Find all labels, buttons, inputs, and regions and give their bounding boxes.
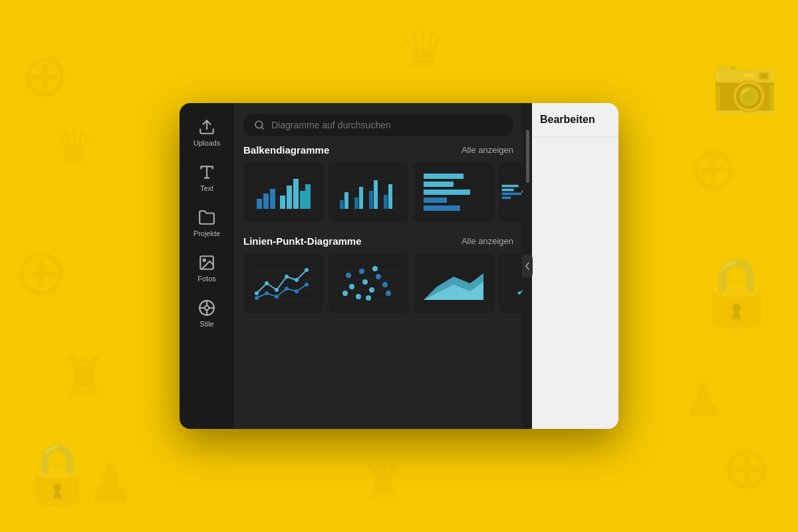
svg-point-75 bbox=[356, 294, 361, 299]
svg-rect-51 bbox=[247, 257, 320, 310]
svg-point-57 bbox=[265, 281, 269, 285]
svg-point-76 bbox=[362, 279, 368, 285]
svg-point-78 bbox=[376, 274, 381, 279]
image-icon bbox=[198, 253, 216, 272]
sidebar-text-label: Text bbox=[200, 184, 213, 192]
svg-rect-42 bbox=[424, 190, 470, 195]
scrollbar-thumb[interactable] bbox=[526, 130, 529, 183]
svg-rect-43 bbox=[424, 198, 447, 203]
sidebar-item-fotos[interactable]: Fotos bbox=[183, 247, 231, 289]
sidebar-item-projekte[interactable]: Projekte bbox=[183, 201, 231, 244]
svg-point-82 bbox=[372, 266, 378, 271]
svg-point-64 bbox=[275, 295, 279, 299]
content-scroll[interactable]: Balkendiagramme Alle anzeigen bbox=[234, 144, 523, 429]
section-link-line[interactable]: Alle anzeigen bbox=[462, 236, 513, 246]
section-header-bar: Balkendiagramme Alle anzeigen bbox=[243, 144, 513, 156]
svg-point-80 bbox=[346, 273, 351, 278]
search-input-wrap[interactable] bbox=[243, 114, 513, 136]
svg-rect-34 bbox=[359, 187, 363, 209]
svg-point-56 bbox=[255, 291, 259, 295]
sidebar-fotos-label: Fotos bbox=[198, 275, 216, 283]
section-balkendiagramme: Balkendiagramme Alle anzeigen bbox=[243, 144, 513, 222]
palette-icon bbox=[198, 299, 216, 317]
scrollbar-area bbox=[523, 103, 532, 429]
svg-rect-31 bbox=[340, 200, 344, 209]
svg-point-74 bbox=[349, 284, 354, 289]
svg-rect-36 bbox=[374, 180, 378, 209]
chart-card-dots[interactable] bbox=[329, 253, 408, 313]
svg-rect-44 bbox=[424, 205, 460, 211]
chart-card-line[interactable] bbox=[243, 253, 323, 313]
svg-rect-24 bbox=[300, 191, 305, 209]
svg-rect-23 bbox=[293, 179, 299, 209]
main-panel: Balkendiagramme Alle anzeigen bbox=[234, 103, 523, 429]
svg-point-59 bbox=[285, 275, 289, 279]
svg-rect-35 bbox=[369, 191, 373, 209]
sidebar-stile-label: Stile bbox=[200, 320, 213, 328]
section-title-bar: Balkendiagramme bbox=[243, 144, 329, 156]
svg-rect-25 bbox=[305, 184, 311, 209]
sidebar-item-uploads[interactable]: Uploads bbox=[183, 111, 231, 154]
chart-card-bar1[interactable] bbox=[243, 162, 323, 222]
svg-rect-33 bbox=[354, 198, 358, 209]
svg-point-62 bbox=[255, 296, 259, 300]
svg-rect-49 bbox=[502, 196, 511, 199]
svg-point-77 bbox=[369, 287, 374, 293]
upload-icon bbox=[198, 118, 216, 136]
chart-grid-line bbox=[243, 253, 513, 313]
folder-icon bbox=[198, 208, 216, 227]
svg-point-81 bbox=[359, 269, 364, 274]
svg-rect-38 bbox=[388, 184, 392, 209]
chart-grid-bar: › bbox=[243, 162, 513, 222]
svg-rect-32 bbox=[344, 192, 348, 209]
search-bar bbox=[234, 103, 523, 144]
svg-rect-37 bbox=[384, 195, 388, 209]
sidebar-item-text[interactable]: Text bbox=[183, 156, 231, 199]
svg-point-84 bbox=[366, 295, 371, 301]
svg-point-83 bbox=[386, 291, 391, 296]
svg-rect-22 bbox=[287, 186, 292, 209]
svg-rect-20 bbox=[270, 189, 275, 209]
sidebar-item-stile[interactable]: Stile bbox=[183, 292, 231, 334]
sidebar-projekte-label: Projekte bbox=[194, 229, 220, 237]
search-input[interactable] bbox=[271, 120, 503, 130]
section-header-line: Linien-Punkt-Diagramme Alle anzeigen bbox=[243, 235, 513, 247]
svg-point-4 bbox=[203, 259, 205, 261]
chart-card-area[interactable] bbox=[414, 253, 493, 313]
svg-rect-45 bbox=[499, 180, 523, 204]
svg-rect-46 bbox=[502, 185, 519, 188]
svg-rect-21 bbox=[280, 196, 285, 209]
svg-point-79 bbox=[382, 282, 388, 287]
section-linien-punkt: Linien-Punkt-Diagramme Alle anzeigen bbox=[243, 235, 513, 313]
sidebar-uploads-label: Uploads bbox=[194, 139, 220, 147]
svg-line-12 bbox=[261, 127, 263, 129]
svg-rect-40 bbox=[424, 174, 464, 179]
svg-rect-68 bbox=[332, 257, 405, 310]
svg-rect-48 bbox=[502, 192, 522, 195]
chart-card-hbar[interactable] bbox=[414, 162, 493, 222]
svg-point-65 bbox=[285, 287, 289, 291]
svg-point-61 bbox=[305, 268, 309, 272]
svg-point-58 bbox=[275, 288, 279, 292]
svg-point-67 bbox=[305, 283, 309, 287]
chart-card-arrow-bar[interactable]: › bbox=[499, 162, 523, 222]
right-panel: Bearbeiten bbox=[532, 103, 618, 429]
right-panel-content bbox=[532, 137, 618, 429]
search-icon bbox=[254, 120, 265, 130]
sidebar: Uploads Text Projekte bbox=[180, 103, 234, 429]
svg-point-66 bbox=[295, 289, 299, 293]
chart-card-linesmall[interactable] bbox=[499, 253, 523, 313]
svg-rect-19 bbox=[263, 194, 269, 209]
svg-point-60 bbox=[295, 278, 299, 282]
svg-point-63 bbox=[265, 291, 269, 295]
svg-rect-47 bbox=[502, 189, 514, 192]
svg-rect-41 bbox=[424, 182, 454, 187]
chart-card-bar2[interactable] bbox=[329, 162, 408, 222]
right-panel-header: Bearbeiten bbox=[532, 103, 618, 137]
collapse-handle[interactable] bbox=[522, 255, 533, 277]
section-link-bar[interactable]: Alle anzeigen bbox=[462, 145, 513, 155]
section-title-line: Linien-Punkt-Diagramme bbox=[243, 235, 362, 247]
svg-point-93 bbox=[518, 291, 521, 294]
svg-rect-26 bbox=[332, 166, 405, 219]
svg-point-73 bbox=[342, 291, 348, 296]
